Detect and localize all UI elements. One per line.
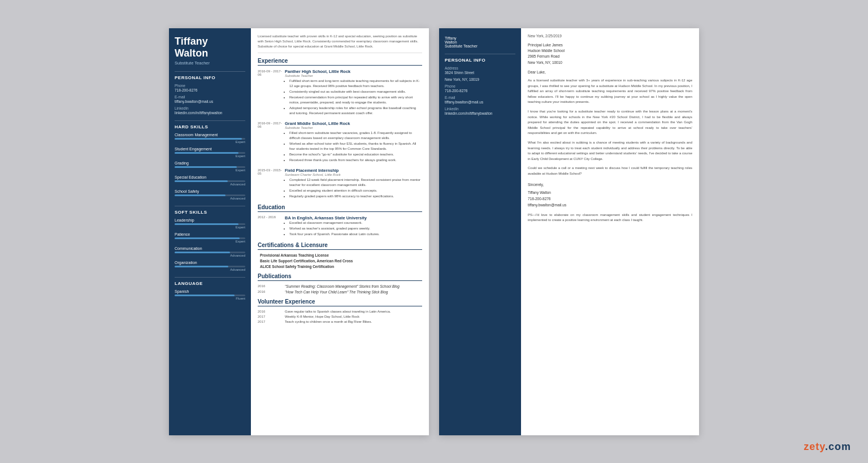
exp-bullet: Fulfilled short-term and long-term subst… bbox=[289, 79, 422, 89]
resume-certifications-title: Certifications & Licensure bbox=[258, 242, 422, 250]
skill-item: Student Engagement Expert bbox=[175, 147, 245, 158]
resume-hard-skills-list: Classroom Management Expert Student Enga… bbox=[175, 133, 245, 200]
skill-item: School Safety Advanced bbox=[175, 189, 245, 200]
exp-date: 2016-09 - 2017-06 bbox=[258, 121, 285, 163]
vol-date: 2017 bbox=[258, 315, 285, 318]
skill-bar-fill bbox=[175, 237, 240, 239]
resume-document: Tiffany Walton Substitute Teacher Person… bbox=[169, 28, 429, 435]
cover-last-name: Walton bbox=[445, 40, 515, 44]
zety-brand: zety bbox=[804, 441, 825, 452]
exp-job-title: Sunbeam Charter School, Little Rock bbox=[285, 173, 422, 176]
cover-email-label: E-mail bbox=[445, 96, 515, 99]
exp-bullet: Worked as after-school tutor with four E… bbox=[289, 141, 422, 152]
edu-date: 2012 - 2016 bbox=[258, 215, 285, 237]
skill-name: Leadership bbox=[175, 218, 245, 222]
cover-greeting: Dear Luke, bbox=[528, 70, 692, 74]
cover-first-name: Tiffany bbox=[445, 36, 515, 40]
resume-summary: Licensed substitute teacher with proven … bbox=[258, 34, 422, 53]
skill-item: Communication Advanced bbox=[175, 246, 245, 257]
zety-watermark: zety.com bbox=[804, 441, 851, 453]
edu-bullet: Excelled at classroom management coursew… bbox=[289, 220, 422, 226]
pub-item: 2016 "Summer Reading: Classroom Manageme… bbox=[258, 284, 422, 288]
edu-bullets: Excelled at classroom management coursew… bbox=[285, 220, 422, 237]
sig-name: Tiffany Walton bbox=[528, 191, 551, 194]
skill-level: Expert bbox=[175, 240, 245, 243]
recipient-name: Principal Luke James bbox=[528, 43, 563, 47]
skill-bar-bg bbox=[175, 252, 245, 253]
skill-bar-bg bbox=[175, 138, 245, 140]
exp-employer: Panther High School, Little Rock bbox=[285, 69, 422, 74]
skill-bar-fill bbox=[175, 223, 238, 225]
cover-address-label: Address bbox=[445, 66, 515, 70]
cover-letter-document: Tiffany Walton Substitute Teacher Person… bbox=[439, 28, 699, 435]
page-container: Tiffany Walton Substitute Teacher Person… bbox=[101, 11, 767, 452]
vol-item: 2017 Weekly K-8 Mentor, Hope Day School,… bbox=[258, 315, 422, 318]
cover-paragraph-2: I know that you're looking for a substit… bbox=[528, 109, 692, 136]
skill-bar-bg bbox=[175, 223, 245, 225]
cover-closing: Sincerely, bbox=[528, 183, 692, 187]
cover-phone-label: Phone bbox=[445, 84, 515, 88]
skill-bar-fill bbox=[175, 152, 238, 154]
resume-first-name: Tiffany bbox=[175, 36, 245, 47]
cover-letter-sidebar: Tiffany Walton Substitute Teacher Person… bbox=[439, 28, 521, 435]
lang-bar-bg bbox=[175, 295, 245, 296]
resume-soft-skills-title: Soft Skills bbox=[175, 206, 245, 215]
resume-last-name: Walton bbox=[175, 48, 245, 59]
exp-item: 2016-09 - 2017-06 Panther High School, L… bbox=[258, 69, 422, 116]
resume-sidebar: Tiffany Walton Substitute Teacher Person… bbox=[169, 28, 251, 435]
lang-item: Spanish Fluent bbox=[175, 289, 245, 300]
skill-level: Advanced bbox=[175, 268, 245, 271]
vol-item: 2016 Gave regular talks to Spanish class… bbox=[258, 310, 422, 313]
edu-degree: BA in English, Arkansas State University bbox=[285, 215, 422, 220]
exp-bullet: Filled short-term substitute teacher vac… bbox=[289, 131, 422, 141]
exp-bullet: Received three thank-you cards from teac… bbox=[289, 158, 422, 163]
exp-bullet: Consistently singled out as substitute w… bbox=[289, 89, 422, 94]
resume-personal-info-title: Personal Info bbox=[175, 71, 245, 80]
edu-item: 2012 - 2016 BA in English, Arkansas Stat… bbox=[258, 215, 422, 237]
skill-name: Student Engagement bbox=[175, 147, 245, 151]
edu-bullet: Took four years of Spanish. Passionate a… bbox=[289, 232, 422, 237]
resume-lang-list: Spanish Fluent bbox=[175, 289, 245, 300]
resume-education-title: Education bbox=[258, 204, 422, 212]
skill-item: Classroom Management Expert bbox=[175, 133, 245, 144]
exp-bullets: Filled short-term substitute teacher vac… bbox=[285, 131, 422, 163]
skill-bar-fill bbox=[175, 180, 228, 182]
resume-phone-label: Phone bbox=[175, 84, 245, 88]
resume-education-list: 2012 - 2016 BA in English, Arkansas Stat… bbox=[258, 215, 422, 237]
resume-title: Substitute Teacher bbox=[175, 60, 245, 66]
skill-bar-fill bbox=[175, 252, 230, 253]
cover-signature: Tiffany Walton 718-200-8276 tiffany.bwal… bbox=[528, 189, 692, 208]
cert-item: Provisional Arkansas Teaching License bbox=[258, 253, 422, 257]
skill-bar-fill bbox=[175, 166, 237, 168]
vol-desc: Teach cycling to children once a month a… bbox=[285, 320, 372, 323]
skill-level: Advanced bbox=[175, 254, 245, 257]
skill-bar-fill bbox=[175, 138, 242, 140]
lang-name: Spanish bbox=[175, 289, 245, 293]
resume-phone-value: 718-200-8276 bbox=[175, 88, 245, 92]
exp-job-title: Substitute Teacher bbox=[285, 74, 422, 77]
skill-bar-fill bbox=[175, 266, 228, 267]
resume-linkedin-value: linkedin.com/in/tiffanybwalton bbox=[175, 111, 245, 115]
recipient-address1: 2985 Fernum Road bbox=[528, 54, 559, 58]
pub-title: "How Tech Can Help Your Child Learn" The… bbox=[285, 290, 388, 294]
cover-paragraph-3: What I'm also excited about in subbing i… bbox=[528, 140, 692, 162]
resume-experience-title: Experience bbox=[258, 58, 422, 66]
cover-address-line2: New York, NY, 10019 bbox=[445, 77, 515, 81]
exp-job-title: Substitute Teacher bbox=[285, 126, 422, 129]
pub-date: 2016 bbox=[258, 290, 285, 294]
resume-soft-skills-list: Leadership Expert Patience Expert Commun… bbox=[175, 218, 245, 271]
lang-bar-fill bbox=[175, 295, 235, 296]
resume-experience-list: 2016-09 - 2017-06 Panther High School, L… bbox=[258, 69, 422, 200]
exp-bullet: Excelled at engaging student attention i… bbox=[289, 188, 422, 193]
resume-volunteer-list: 2016 Gave regular talks to Spanish class… bbox=[258, 310, 422, 323]
cover-personal-info-title: Personal Info bbox=[445, 54, 515, 63]
exp-content: Panther High School, Little Rock Substit… bbox=[285, 69, 422, 116]
resume-language-title: Language bbox=[175, 277, 245, 286]
skill-bar-bg bbox=[175, 180, 245, 182]
exp-bullets: Fulfilled short-term and long-term subst… bbox=[285, 79, 422, 116]
pub-title: "Summer Reading: Classroom Management" S… bbox=[285, 284, 400, 288]
exp-bullet: Become the school's "go-to" substitute f… bbox=[289, 152, 422, 157]
sig-email: tiffany.bwalton@mail.us bbox=[528, 203, 566, 207]
recipient-school: Hudson Middle School bbox=[528, 49, 565, 53]
skill-item: Grading Expert bbox=[175, 161, 245, 172]
